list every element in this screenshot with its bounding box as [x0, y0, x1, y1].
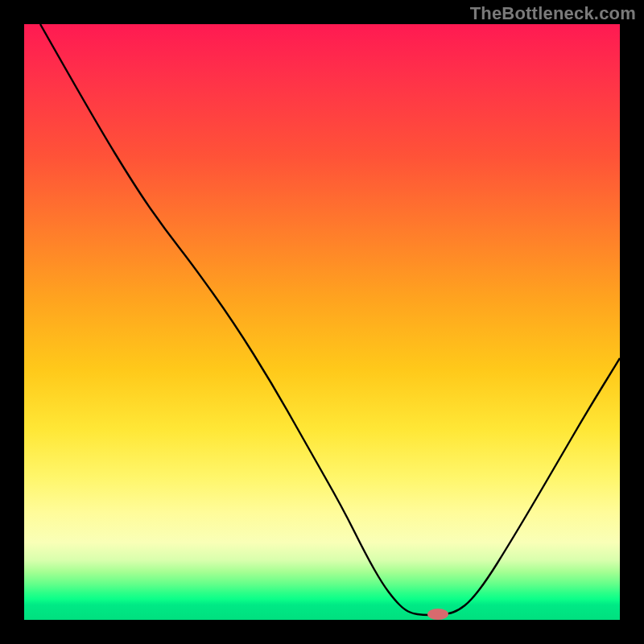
chart-frame: TheBottleneck.com: [0, 0, 644, 644]
plot-area: [24, 24, 620, 620]
bottleneck-curve: [40, 24, 620, 615]
watermark-text: TheBottleneck.com: [470, 3, 636, 24]
chart-svg: [24, 24, 620, 620]
optimal-point-marker: [427, 609, 448, 620]
